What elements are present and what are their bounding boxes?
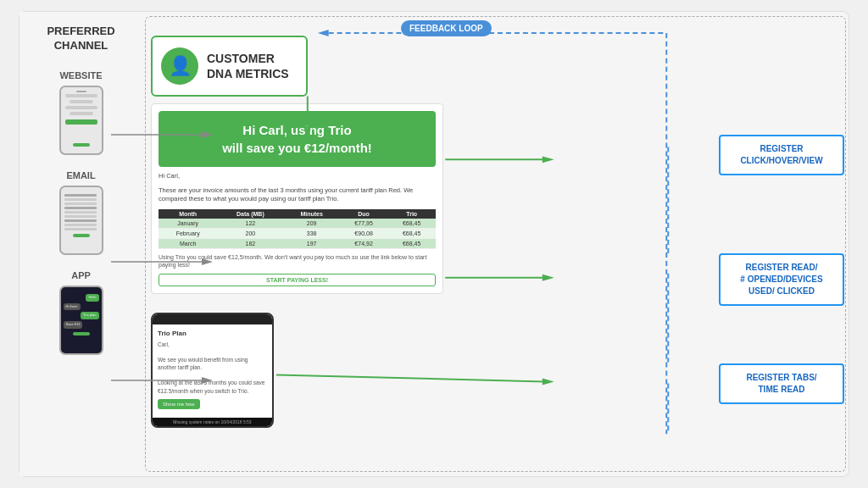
table-row: January 122 209 €77,95 €68,45 xyxy=(159,219,436,229)
email-content-box: Hi Carl, using Triowill save you €12/mon… xyxy=(151,103,443,294)
app-phone: Hello Hi there Trio plan Save €12 xyxy=(59,286,103,355)
data-table: Month Data (MB) Minutes Duo Trio January… xyxy=(159,209,436,249)
hero-message: Hi Carl, using Triowill save you €12/mon… xyxy=(159,111,436,167)
email-line-6 xyxy=(64,215,97,218)
website-channel: WEBSITE xyxy=(28,70,134,155)
email-line-2 xyxy=(64,198,97,201)
app-large-mockup: Trio Plan Carl,We see you would benefit … xyxy=(151,313,274,428)
right-area: FEEDBACK LOOP 👤 CUSTOMER DNA METRICS Hi … xyxy=(142,12,849,476)
email-line-5 xyxy=(64,211,97,214)
app-plan-title: Trio Plan xyxy=(158,330,267,337)
email-greeting: Hi Carl, xyxy=(159,172,436,181)
svg-marker-1 xyxy=(318,30,329,36)
email-channel: EMAIL xyxy=(28,170,134,255)
email-line-3 xyxy=(64,202,97,205)
col-month: Month xyxy=(159,209,217,219)
register-box-1: REGISTERCLICK/HOVER/VIEW xyxy=(719,135,844,175)
email-line-1 xyxy=(64,194,97,197)
app-footer-bar: Missing system notes on 10/04/2018 5:53 xyxy=(153,418,272,426)
avatar: 👤 xyxy=(161,47,198,85)
website-phone xyxy=(59,86,103,155)
chat-bubble-1: Hello xyxy=(86,294,98,302)
svg-line-9 xyxy=(276,374,544,381)
phone-line-4 xyxy=(70,112,93,115)
app-body-text: Carl,We see you would benefit from using… xyxy=(158,341,267,395)
email-line-7 xyxy=(64,219,97,222)
email-line-4 xyxy=(64,207,97,209)
email-green-btn xyxy=(73,234,90,237)
phone-line-3 xyxy=(65,106,97,109)
app-footer-text: Missing system notes on 10/04/2018 5:53 xyxy=(153,418,272,426)
start-paying-button[interactable]: START PAYING LESS! xyxy=(159,274,436,286)
phone-green-bar xyxy=(65,119,97,125)
app-channel: APP Hello Hi there Trio plan Save €12 xyxy=(28,270,134,355)
app-label: APP xyxy=(71,270,91,280)
email-label: EMAIL xyxy=(66,170,95,180)
table-row: February 200 338 €90,08 €68,45 xyxy=(159,228,436,238)
svg-marker-8 xyxy=(542,274,554,281)
email-line-9 xyxy=(64,228,97,230)
email-footer: Using Trio you could save €12,5/month. W… xyxy=(159,253,436,270)
dna-title: CUSTOMER DNA METRICS xyxy=(207,51,289,81)
app-show-button[interactable]: Show me how xyxy=(158,399,200,409)
col-duo: Duo xyxy=(340,209,388,219)
register-box-2: REGISTER READ/# OPENED/DEVICESUSED/ CLIC… xyxy=(719,253,844,306)
chat-bubble-3: Trio plan xyxy=(81,312,98,319)
dna-metrics-box: 👤 CUSTOMER DNA METRICS xyxy=(151,36,308,97)
col-minutes: Minutes xyxy=(284,209,340,219)
person-icon: 👤 xyxy=(169,55,192,77)
register-box-3: REGISTER TABS/TIME READ xyxy=(719,363,844,404)
chat-bubble-4: Save €12 xyxy=(64,321,83,329)
email-intro: These are your invoice amounts of the la… xyxy=(159,186,436,204)
website-label: WEBSITE xyxy=(59,70,102,80)
table-row: March 182 197 €74,92 €68,45 xyxy=(159,238,436,248)
col-trio: Trio xyxy=(387,209,436,219)
email-phone xyxy=(59,186,103,255)
preferred-channel-title: PREFERRED CHANNEL xyxy=(47,25,114,53)
left-panel: PREFERRED CHANNEL WEBSITE EMAIL xyxy=(19,12,142,476)
feedback-loop-label: FEEDBACK LOOP xyxy=(401,20,492,36)
svg-marker-6 xyxy=(542,156,554,163)
chat-bubble-2: Hi there xyxy=(64,303,81,311)
col-data: Data (MB) xyxy=(217,209,283,219)
svg-marker-10 xyxy=(542,378,554,385)
main-diagram: PREFERRED CHANNEL WEBSITE EMAIL xyxy=(19,11,849,477)
phone-btn xyxy=(73,143,90,147)
phone-line-1 xyxy=(65,94,97,97)
app-header-bar xyxy=(153,314,272,324)
app-content: Trio Plan Carl,We see you would benefit … xyxy=(153,324,272,418)
phone-line-2 xyxy=(70,100,93,103)
chat-green-btn xyxy=(73,332,90,336)
email-line-8 xyxy=(64,224,97,226)
